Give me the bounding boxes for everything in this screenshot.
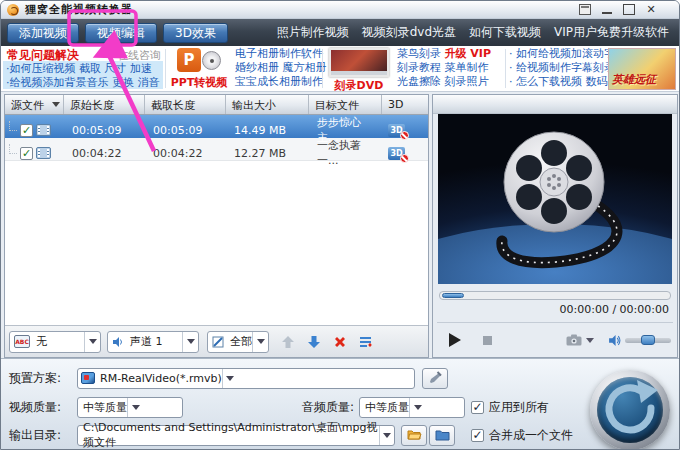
seek-bar[interactable] — [439, 291, 671, 300]
subtitle-value: 无 — [32, 334, 84, 349]
row-checkbox[interactable] — [20, 124, 33, 137]
video-edit-button[interactable]: 视频编辑 — [85, 23, 157, 43]
howto-link-1[interactable]: · 如何给视频加滚动字幕 ↓ — [509, 47, 605, 61]
chevron-down-icon[interactable] — [127, 398, 143, 417]
menu-link-vip-upgrade[interactable]: VIP用户免费升级软件 — [554, 24, 669, 41]
filter-dropdown[interactable]: 全部 — [207, 331, 269, 353]
list-toolbar: ABC 无 声道 1 全部 — [5, 325, 428, 357]
output-dir-value: C:\Documents and Settings\Administrator\… — [78, 420, 379, 450]
apply-all-label: 应用到所有 — [489, 399, 549, 416]
start-convert-button[interactable] — [590, 370, 670, 450]
clear-list-button[interactable] — [359, 335, 375, 349]
delete-x-icon — [333, 335, 347, 349]
row-3d-cell: 3D — [382, 124, 426, 137]
merge-option: 合并成一个文件 — [471, 427, 573, 444]
volume-handle[interactable] — [641, 335, 655, 345]
menu-link-burn-dvd[interactable]: 视频刻录dvd光盘 — [362, 24, 456, 41]
howto-link-2[interactable]: · 给视频制作字幕刻录光盘 — [509, 61, 605, 75]
3d-off-badge — [400, 154, 409, 163]
settings-panel: 预置方案: RM-RealVideo(*.rmvb) 视频质量: 中等质量 音频… — [1, 358, 679, 450]
burn-link-3[interactable]: 光盘擦除 刻录照片 — [397, 75, 503, 89]
row-output-size: 14.49 MB — [226, 124, 309, 137]
chevron-down-icon[interactable] — [379, 426, 394, 445]
row-original-length: 00:05:09 — [64, 124, 145, 137]
table-row[interactable]: 00:05:09 00:05:09 14.49 MB 步步惊心主... 3D — [5, 115, 428, 138]
window-menu-icon[interactable] — [579, 4, 591, 15]
ad-text: 英雄远征 — [612, 72, 656, 87]
tree-connector — [9, 121, 17, 131]
burn-link-2[interactable]: 刻录教程 菜单制作 — [397, 61, 503, 75]
menu-bar: 添加视频 视频编辑 3D效果 照片制作视频 视频刻录dvd光盘 如何下载视频 V… — [1, 19, 679, 46]
3d-disabled-icon[interactable]: 3D — [388, 147, 405, 160]
video-quality-dropdown[interactable]: 中等质量 — [77, 397, 183, 418]
ppt-to-video-link[interactable]: PPT转视频 — [167, 75, 231, 90]
list-header: 源文件 原始长度 截取长度 输出大小 目标文件 3D — [5, 95, 428, 115]
dvd-video-thumbnail[interactable] — [329, 48, 389, 77]
promo-ad-image[interactable]: 英雄远征 — [608, 48, 676, 90]
format-icon — [81, 372, 95, 384]
menu-link-download[interactable]: 如何下载视频 — [469, 24, 541, 41]
apply-all-checkbox[interactable] — [471, 401, 484, 414]
merge-checkbox[interactable] — [471, 429, 484, 442]
open-folder-button[interactable] — [401, 425, 427, 446]
row-checkbox[interactable] — [20, 147, 33, 160]
minimize-icon[interactable] — [601, 4, 613, 15]
maximize-icon[interactable] — [623, 4, 635, 15]
chevron-down-icon[interactable] — [409, 398, 425, 417]
album-links: 电子相册制作软件 婚纱相册 魔方相册 宝宝成长相册制作 — [235, 47, 321, 89]
divider — [505, 49, 506, 88]
faq-section: 常见问题解决 在线咨询 ·如何压缩视频 截取 尺寸 加速 ·给视频添加背景音乐 … — [3, 46, 165, 91]
audio-quality-dropdown[interactable]: 中等质量 — [359, 397, 465, 418]
preset-dropdown[interactable]: RM-RealVideo(*.rmvb) — [77, 368, 415, 389]
chevron-down-icon[interactable] — [222, 369, 238, 388]
howto-link-3[interactable]: · 怎么下载视频 数码电器城 — [509, 75, 605, 89]
menu-link-photo-video[interactable]: 照片制作视频 — [277, 24, 349, 41]
convert-arrow-icon — [597, 377, 663, 443]
filter-value: 全部 — [226, 334, 252, 349]
faq-link-bgm[interactable]: ·给视频添加背景音乐 更换 消音 — [6, 76, 160, 90]
add-video-button[interactable]: 添加视频 — [7, 23, 79, 43]
browse-folder-button[interactable] — [429, 425, 455, 446]
subtitle-icon: ABC — [14, 335, 30, 348]
volume-icon[interactable] — [608, 334, 621, 347]
faq-link-compress[interactable]: ·如何压缩视频 截取 尺寸 加速 — [6, 62, 160, 76]
album-link-3[interactable]: 宝宝成长相册制作 — [235, 75, 321, 89]
burn-link-1[interactable]: 菜鸟刻录 升级 VIP — [397, 47, 503, 61]
output-dir-label: 输出目录: — [9, 427, 61, 444]
snapshot-button[interactable] — [566, 334, 594, 346]
chevron-down-icon[interactable] — [182, 332, 198, 352]
preset-settings-button[interactable] — [422, 368, 448, 389]
subtitle-dropdown[interactable]: ABC 无 — [9, 331, 101, 353]
preview-panel: 00:00:00 / 00:00:00 — [432, 94, 678, 358]
header-original-length: 原始长度 — [64, 95, 145, 114]
move-up-button[interactable] — [281, 335, 295, 349]
effect-3d-button[interactable]: 3D效果 — [163, 23, 228, 43]
output-dir-dropdown[interactable]: C:\Documents and Settings\Administrator\… — [77, 425, 395, 446]
delete-button[interactable] — [333, 335, 347, 349]
3d-disabled-icon[interactable]: 3D — [388, 124, 405, 137]
promo-banner: 常见问题解决 在线咨询 ·如何压缩视频 截取 尺寸 加速 ·给视频添加背景音乐 … — [1, 46, 679, 92]
app-logo-icon — [7, 4, 19, 16]
audio-track-dropdown[interactable]: 声道 1 — [107, 331, 199, 353]
video-screen[interactable] — [438, 114, 672, 284]
seek-handle[interactable] — [442, 293, 464, 298]
move-down-button[interactable] — [307, 335, 321, 349]
header-source-label: 源文件 — [11, 99, 44, 112]
video-file-icon — [36, 147, 51, 159]
chevron-down-icon[interactable] — [84, 332, 100, 352]
row-source-cell — [5, 124, 64, 137]
chevron-down-icon[interactable] — [252, 332, 268, 352]
close-icon[interactable]: ✕ — [645, 4, 657, 15]
clear-list-icon — [359, 335, 375, 349]
album-link-2[interactable]: 婚纱相册 魔方相册 — [235, 61, 321, 75]
table-row[interactable]: 00:04:22 00:04:22 12.27 MB 一念执著一... 3D — [5, 138, 428, 161]
stop-button[interactable] — [483, 336, 492, 345]
burn-dvd-link[interactable]: 刻录DVD — [324, 78, 394, 93]
album-link-1[interactable]: 电子相册制作软件 — [235, 47, 321, 61]
play-button[interactable] — [449, 333, 461, 347]
volume-slider[interactable] — [625, 338, 671, 343]
header-dropdown-icon[interactable] — [52, 102, 60, 107]
title-bar: 狸窝全能视频转换器 ✕ — [1, 1, 679, 19]
folder-open-icon — [407, 429, 422, 441]
video-quality-label: 视频质量: — [9, 399, 61, 416]
